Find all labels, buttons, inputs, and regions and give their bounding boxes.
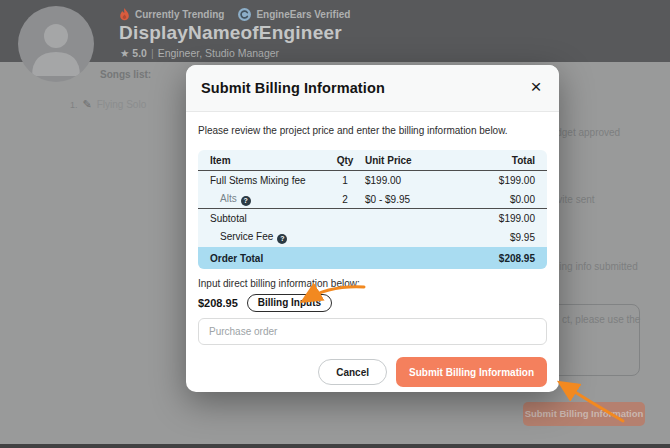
service-fee-label: Service Fee? <box>210 231 327 244</box>
order-total-label: Order Total <box>210 253 327 264</box>
table-row: Alts? 2 $0 - $9.95 $0.00 <box>198 190 547 209</box>
song-list-item: 1. ✎ Flying Solo <box>70 98 146 111</box>
info-icon[interactable]: ? <box>241 196 251 206</box>
pencil-icon: ✎ <box>83 98 92 111</box>
col-qty: Qty <box>327 155 363 166</box>
avatar <box>18 6 94 82</box>
order-total-row: Order Total $208.95 <box>198 247 547 269</box>
purchase-order-input[interactable] <box>198 318 547 345</box>
modal-intro-text: Please review the project price and ente… <box>198 124 547 137</box>
flame-icon <box>119 8 130 21</box>
price-table-header: Item Qty Unit Price Total <box>198 150 547 171</box>
modal-titlebar: Submit Billing Information × <box>186 65 559 112</box>
verified-icon <box>238 8 251 21</box>
submit-billing-button[interactable]: Submit Billing Information <box>396 357 547 387</box>
price-table: Item Qty Unit Price Total Full Stems Mix… <box>198 150 547 269</box>
col-unit-price: Unit Price <box>363 155 459 166</box>
status-billing-info-submitted: Billing info submitted <box>546 261 638 272</box>
info-icon[interactable]: ? <box>277 234 287 244</box>
row-item-name: Full Stems Mixing fee <box>210 175 327 186</box>
verified-badge-label: EngineEars Verified <box>256 9 350 20</box>
submit-billing-modal: Submit Billing Information × Please revi… <box>186 65 559 392</box>
row-total: $0.00 <box>459 194 535 205</box>
service-fee-value: $9.95 <box>459 232 535 243</box>
subtotal-label: Subtotal <box>210 213 327 224</box>
subtitle-separator: | <box>147 47 158 59</box>
order-total-value: $208.95 <box>459 253 535 264</box>
col-item: Item <box>210 155 327 166</box>
song-index: 1. <box>70 100 78 110</box>
footer-band <box>0 444 670 448</box>
row-item-name: Alts? <box>210 193 327 206</box>
song-title: Flying Solo <box>97 99 146 110</box>
billing-instruction-text: Input direct billing information below: <box>198 277 547 290</box>
subtotal-value: $199.00 <box>459 213 535 224</box>
order-amount: $208.95 <box>198 297 238 309</box>
trending-badge-label: Currently Trending <box>135 9 224 20</box>
star-icon: ★ <box>120 47 129 59</box>
cancel-button[interactable]: Cancel <box>318 359 387 385</box>
close-icon[interactable]: × <box>524 75 548 99</box>
subtotal-row: Subtotal $199.00 <box>198 209 547 228</box>
modal-title: Submit Billing Information <box>201 80 385 96</box>
profile-badges: Currently Trending EngineEars Verified <box>119 8 350 21</box>
background-note-text: ct, please use the <box>562 314 640 325</box>
row-qty: 1 <box>327 175 363 186</box>
verified-badge: EngineEars Verified <box>238 8 350 21</box>
profile-subtitle: ★ 5.0|Engineer, Studio Manager <box>120 47 279 59</box>
service-fee-row: Service Fee? $9.95 <box>198 228 547 247</box>
profile-name: DisplayNameofEngineer <box>119 22 342 44</box>
person-icon <box>18 6 94 82</box>
rating-value: 5.0 <box>132 47 147 59</box>
modal-body: Please review the project price and ente… <box>186 112 559 392</box>
row-unit-price: $0 - $9.95 <box>363 194 459 205</box>
amount-row: $208.95 Billing Inputs <box>198 294 547 312</box>
trending-badge: Currently Trending <box>119 8 224 21</box>
billing-inputs-button[interactable]: Billing Inputs <box>247 294 332 312</box>
table-row: Full Stems Mixing fee 1 $199.00 $199.00 <box>198 171 547 190</box>
modal-footer: Cancel Submit Billing Information <box>198 357 547 387</box>
row-unit-price: $199.00 <box>363 175 459 186</box>
songs-list-label: Songs list: <box>100 69 151 80</box>
col-total: Total <box>459 155 535 166</box>
row-qty: 2 <box>327 194 363 205</box>
row-total: $199.00 <box>459 175 535 186</box>
profile-role: Engineer, Studio Manager <box>158 47 279 59</box>
background-submit-billing-button: Submit Billing Information <box>523 402 645 426</box>
